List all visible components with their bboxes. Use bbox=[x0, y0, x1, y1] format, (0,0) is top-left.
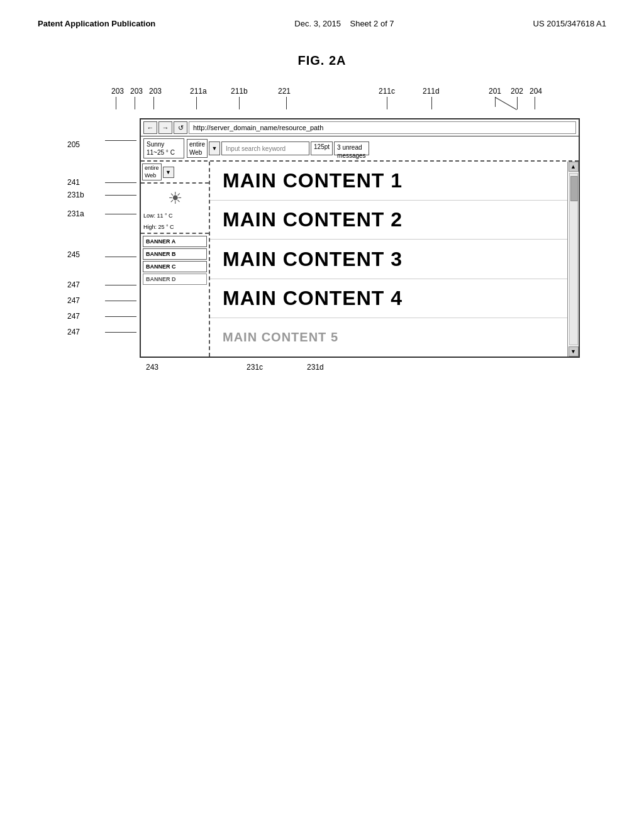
page-header: Patent Application Publication Dec. 3, 2… bbox=[38, 19, 606, 28]
main-content-2: MAIN CONTENT 2 bbox=[223, 208, 402, 231]
figure-title: FIG. 2A bbox=[38, 53, 606, 68]
ref-211b: 211b bbox=[231, 87, 248, 96]
weather-widget: Sunny 11~25 ° C bbox=[143, 138, 184, 158]
search-widget: entire Web ▼ 125pt 3 unread messages bbox=[187, 139, 369, 158]
content-area: entire Web ▼ ☀ Low: 11 ° C High: 25 ° C bbox=[141, 162, 579, 357]
inner-dropdown-button[interactable]: ▼ bbox=[163, 167, 174, 178]
content-row-1: MAIN CONTENT 1 bbox=[210, 162, 567, 201]
ref-241-label: 241 bbox=[67, 178, 80, 187]
inner-search-scope: entire Web bbox=[142, 163, 162, 180]
toolbar-row: Sunny 11~25 ° C entire Web ▼ 125pt 3 unr… bbox=[141, 136, 579, 162]
refresh-button[interactable]: ↺ bbox=[174, 121, 187, 134]
ref-247a-label: 247 bbox=[67, 280, 80, 289]
ref-203b: 203 bbox=[130, 87, 143, 96]
ref-247d-label: 247 bbox=[67, 328, 80, 336]
weather-temp: 11~25 ° C bbox=[147, 148, 181, 157]
font-size-display: 125pt bbox=[311, 141, 333, 155]
dropdown-button[interactable]: ▼ bbox=[209, 141, 220, 155]
messages-line1: 3 unread bbox=[337, 143, 366, 152]
ref-203c: 203 bbox=[149, 87, 162, 96]
page: Patent Application Publication Dec. 3, 2… bbox=[0, 0, 644, 830]
header-patent-number: US 2015/347618 A1 bbox=[533, 19, 606, 28]
ref-247b-label: 247 bbox=[67, 296, 80, 305]
search-scope: entire Web bbox=[187, 139, 208, 158]
ref-231d-label: 231d bbox=[307, 363, 324, 372]
content-row-3: MAIN CONTENT 3 bbox=[210, 240, 567, 279]
search-scope-line2: Web bbox=[189, 148, 205, 157]
main-content-5: MAIN CONTENT 5 bbox=[223, 330, 338, 345]
header-publication-label: Patent Application Publication bbox=[38, 19, 155, 28]
back-button[interactable]: ← bbox=[143, 121, 157, 134]
browser-container: ← → ↺ Sunny 11~25 ° C entire Web bbox=[102, 118, 580, 358]
address-input[interactable] bbox=[189, 121, 576, 134]
diagram-wrapper: 203 203 203 211a 211b 221 211c 211d 201 … bbox=[64, 87, 580, 372]
ref-247c-label: 247 bbox=[67, 312, 80, 321]
scroll-down-button[interactable]: ▼ bbox=[569, 346, 579, 357]
banner-a: BANNER A bbox=[143, 236, 207, 247]
ref-211c: 211c bbox=[379, 87, 395, 96]
weather-high: High: 25 ° C bbox=[141, 222, 209, 233]
ref-201: 201 bbox=[489, 87, 501, 96]
ref-202: 202 bbox=[511, 87, 523, 96]
ref-231c-label: 231c bbox=[247, 363, 263, 372]
scroll-up-button[interactable]: ▲ bbox=[569, 162, 579, 172]
messages-line2: messages bbox=[337, 152, 366, 160]
ref-205-label: 205 bbox=[67, 140, 80, 149]
ref-211a: 211a bbox=[190, 87, 207, 96]
banner-c: BANNER C bbox=[143, 261, 207, 272]
bottom-labels: 243 231c 231d bbox=[146, 363, 580, 372]
header-date: Dec. 3, 2015 bbox=[294, 19, 341, 28]
banner-list: BANNER A BANNER B BANNER C BANNER D bbox=[141, 234, 209, 357]
main-content-area: MAIN CONTENT 1 MAIN CONTENT 2 MAIN CONTE… bbox=[210, 162, 567, 357]
main-content-3: MAIN CONTENT 3 bbox=[223, 248, 402, 271]
header-sheet: Sheet 2 of 7 bbox=[350, 19, 394, 28]
scroll-track bbox=[569, 173, 578, 345]
content-row-2: MAIN CONTENT 2 bbox=[210, 201, 567, 240]
scrollbar: ▲ ▼ bbox=[567, 162, 579, 357]
weather-icon-area: ☀ Low: 11 ° C High: 25 ° C bbox=[141, 184, 209, 234]
weather-sun-icon: ☀ bbox=[141, 184, 209, 211]
address-bar: ← → ↺ bbox=[141, 119, 579, 136]
forward-button[interactable]: → bbox=[158, 121, 172, 134]
messages-display: 3 unread messages bbox=[334, 141, 369, 155]
browser-window: ← → ↺ Sunny 11~25 ° C entire Web bbox=[140, 118, 580, 358]
banner-b: BANNER B bbox=[143, 248, 207, 260]
inner-toolbar: entire Web ▼ bbox=[141, 162, 209, 184]
top-annotations: 203 203 203 211a 211b 221 211c 211d 201 … bbox=[102, 87, 542, 118]
ref-231a-label: 231a bbox=[67, 209, 84, 218]
main-content-1: MAIN CONTENT 1 bbox=[223, 169, 402, 192]
ref-211d: 211d bbox=[423, 87, 440, 96]
ref-231b-label: 231b bbox=[67, 191, 84, 199]
search-scope-line1: entire bbox=[189, 140, 205, 148]
weather-low: Low: 11 ° C bbox=[141, 211, 209, 222]
left-sidebar: entire Web ▼ ☀ Low: 11 ° C High: 25 ° C bbox=[141, 162, 210, 357]
ref-221: 221 bbox=[278, 87, 291, 96]
ref-203a: 203 bbox=[111, 87, 124, 96]
ref-245-label: 245 bbox=[67, 250, 80, 259]
banner-d: BANNER D bbox=[143, 274, 207, 285]
ref-243-label: 243 bbox=[146, 363, 158, 372]
scroll-thumb[interactable] bbox=[570, 176, 578, 201]
content-row-5: MAIN CONTENT 5 bbox=[210, 318, 567, 357]
search-input[interactable] bbox=[221, 141, 309, 155]
weather-condition: Sunny bbox=[147, 140, 181, 148]
content-row-4: MAIN CONTENT 4 bbox=[210, 279, 567, 318]
header-center: Dec. 3, 2015 Sheet 2 of 7 bbox=[294, 19, 394, 28]
main-content-4: MAIN CONTENT 4 bbox=[223, 287, 402, 310]
ref-204: 204 bbox=[530, 87, 542, 96]
